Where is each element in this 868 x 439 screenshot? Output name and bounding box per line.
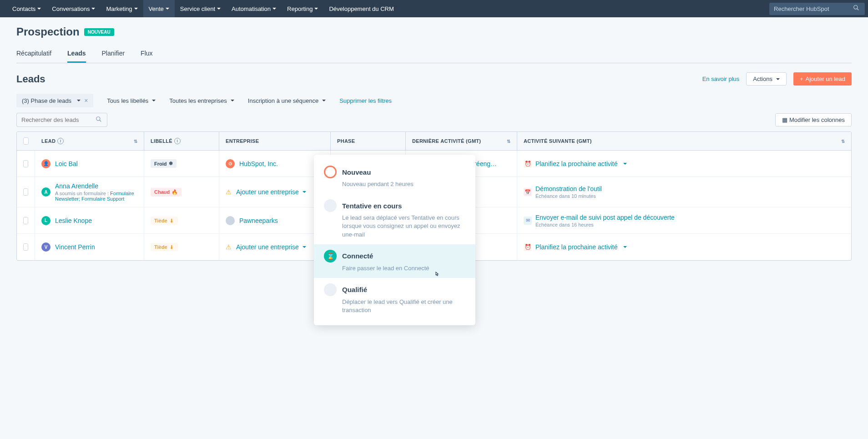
label-hot[interactable]: Chaud 🔥 [151, 188, 182, 197]
lead-search-input[interactable] [16, 113, 107, 127]
chevron-down-icon [623, 163, 627, 165]
company-link[interactable]: Pawneeparks [239, 217, 278, 224]
page-header: Prospection Nouveau Récapitulatif Leads … [0, 17, 868, 63]
chevron-down-icon [231, 100, 234, 101]
company-avatar [226, 216, 235, 225]
column-phase: Phase [331, 132, 406, 150]
label-cold[interactable]: Froid ❄ [151, 159, 177, 168]
avatar: L [41, 216, 50, 225]
chevron-down-icon [217, 8, 221, 10]
top-navigation: Contacts Conversations Marketing Vente S… [0, 0, 868, 17]
clock-icon: ⏰ [524, 160, 532, 168]
column-company: Entreprise [219, 132, 331, 150]
row-checkbox[interactable] [23, 243, 28, 251]
clock-icon: ⏰ [524, 243, 532, 251]
tab-leads[interactable]: Leads [67, 45, 86, 63]
company-link[interactable]: HubSpot, Inc. [239, 160, 278, 167]
chevron-down-icon [303, 191, 306, 193]
cursor-icon [433, 271, 441, 279]
select-all-checkbox[interactable] [23, 137, 29, 145]
chevron-down-icon [273, 8, 276, 10]
columns-icon: ▦ [782, 116, 787, 123]
chevron-down-icon [623, 246, 627, 248]
next-activity-title[interactable]: Démonstration de l'outil [535, 185, 602, 192]
phase-option-tentative[interactable]: Tentative en cours Le lead sera déplacé … [314, 194, 475, 244]
sort-icon[interactable]: ⇅ [841, 139, 845, 144]
nav-service[interactable]: Service client [175, 0, 226, 17]
tabs: Récapitulatif Leads Planifier Flux [16, 45, 852, 63]
sort-icon[interactable]: ⇅ [134, 139, 137, 144]
phase-circle-icon [324, 199, 337, 212]
nav-contacts[interactable]: Contacts [7, 0, 46, 17]
svg-line-1 [857, 8, 859, 10]
section-title: Leads [16, 73, 45, 85]
add-company-link[interactable]: Ajouter une entreprise [236, 188, 306, 196]
lead-name-link[interactable]: Loic Bal [55, 160, 78, 167]
warning-icon: ⚠ [226, 243, 232, 251]
tab-plan[interactable]: Planifier [102, 45, 125, 63]
learn-more-link[interactable]: En savoir plus [702, 76, 740, 82]
nav-conversations[interactable]: Conversations [46, 0, 101, 17]
nav-marketing[interactable]: Marketing [101, 0, 143, 17]
warning-icon: ⚠ [226, 188, 232, 196]
label-warm[interactable]: Tiède 🌡 [151, 217, 178, 225]
column-label[interactable]: Libelléi [144, 132, 219, 150]
close-icon[interactable]: × [84, 97, 88, 104]
nav-crm-dev[interactable]: Développement du CRM [323, 0, 399, 17]
chevron-down-icon [322, 100, 326, 101]
label-warm[interactable]: Tiède 🌡 [151, 243, 178, 251]
mail-icon: ✉ [524, 217, 532, 225]
chevron-down-icon [77, 100, 81, 101]
chevron-down-icon [314, 8, 318, 10]
phase-option-qualifie[interactable]: Qualifié Déplacer le lead vers Qualifié … [314, 278, 475, 289]
info-icon: i [57, 138, 64, 144]
sort-icon[interactable]: ⇅ [507, 139, 510, 144]
avatar: 👤 [41, 159, 50, 168]
lead-subtitle: A soumis un formulaire : Formulaire News… [55, 191, 137, 202]
add-lead-button[interactable]: +Ajouter un lead [793, 72, 852, 86]
plan-activity-link[interactable]: Planifiez la prochaine activité [535, 160, 618, 167]
column-next-activity[interactable]: Activité suivante (GMT)⇅ [517, 132, 851, 150]
svg-point-0 [854, 5, 858, 9]
column-lead[interactable]: Leadi⇅ [35, 132, 144, 150]
phase-option-connecte[interactable]: ⌛Connecté Faire passer le lead en Connec… [314, 244, 475, 278]
nav-automation[interactable]: Automatisation [226, 0, 282, 17]
chevron-down-icon [91, 8, 95, 10]
company-avatar: ⊙ [226, 159, 235, 168]
search-icon[interactable] [96, 116, 102, 124]
plus-icon: + [800, 76, 803, 82]
tab-flux[interactable]: Flux [141, 45, 152, 63]
plan-activity-link[interactable]: Planifiez la prochaine activité [535, 243, 618, 251]
global-search-input[interactable] [769, 3, 865, 15]
clear-filters-link[interactable]: Supprimer les filtres [339, 97, 392, 104]
lead-name-link[interactable]: Leslie Knope [55, 217, 92, 224]
phase-option-nouveau[interactable]: Nouveau Nouveau pendant 2 heures [314, 160, 475, 194]
row-checkbox[interactable] [23, 217, 28, 224]
phase-circle-icon [324, 283, 337, 289]
chevron-down-icon [303, 246, 306, 248]
filter-companies[interactable]: Toutes les entreprises [169, 97, 234, 104]
column-last-activity[interactable]: Dernière activité (GMT)⇅ [406, 132, 517, 150]
tab-recap[interactable]: Récapitulatif [16, 45, 51, 63]
avatar: V [41, 242, 50, 252]
nav-reporting[interactable]: Reporting [282, 0, 323, 17]
lead-name-link[interactable]: Anna Arendelle [55, 182, 137, 190]
page-title: Prospection [16, 25, 80, 38]
actions-button[interactable]: Actions [746, 72, 787, 86]
search-icon[interactable] [853, 5, 859, 12]
lead-name-link[interactable]: Vincent Perrin [55, 243, 95, 251]
next-activity-due: Échéance dans 16 heures [535, 222, 675, 227]
filter-labels[interactable]: Tous les libellés [107, 97, 156, 104]
phase-popover: Nouveau Nouveau pendant 2 heures Tentati… [314, 155, 475, 289]
row-checkbox[interactable] [23, 160, 28, 167]
nav-vente[interactable]: Vente [143, 0, 175, 17]
new-badge: Nouveau [84, 28, 114, 36]
avatar: A [41, 187, 50, 197]
add-company-link[interactable]: Ajouter une entreprise [236, 243, 306, 251]
next-activity-due: Échéance dans 10 minutes [535, 193, 602, 199]
modify-columns-button[interactable]: ▦ Modifier les colonnes [775, 113, 852, 126]
row-checkbox[interactable] [23, 188, 28, 196]
filter-sequence[interactable]: Inscription à une séquence [248, 97, 326, 104]
filter-phase-chip[interactable]: (3) Phase de leads × [16, 94, 93, 107]
next-activity-title[interactable]: Envoyer e-mail de suivi post appel de dé… [535, 214, 675, 221]
